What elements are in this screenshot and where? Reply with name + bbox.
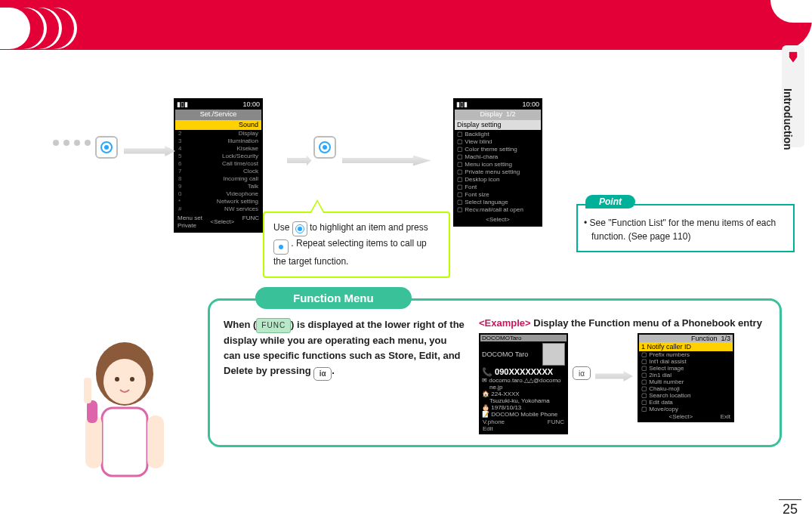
svg-point-3 (130, 377, 134, 381)
ialpha-key-icon: iα (313, 367, 332, 381)
center-key-icon (273, 239, 289, 255)
function-menu-description: When (FUNC) is displayed at the lower ri… (224, 317, 465, 434)
svg-point-2 (115, 377, 119, 381)
navpad-key-icon (292, 221, 307, 236)
menu-list: 2Display 3Illumination 4Kisekae 5Lock/Se… (175, 130, 261, 213)
clock: 10:00 (242, 100, 260, 109)
navpad-icon (313, 136, 336, 159)
menu-list: Backlight View blind Color theme setting… (455, 130, 541, 215)
person-illustration (64, 325, 185, 514)
example-heading: <Example> Display the Function menu of a… (479, 317, 766, 329)
phone-screenshot-settings: ▮▯▮10:00 Set./Service Sound 2Display 3Il… (174, 98, 263, 233)
highlighted-item: 1 Notify caller ID (639, 342, 733, 351)
svg-point-1 (103, 359, 146, 404)
screen-title: Display 1/2 (455, 110, 541, 119)
function-menu-box: Function Menu When (FUNC) is displayed a… (208, 298, 782, 447)
navpad-icon (95, 136, 118, 159)
point-box: Point See "Function List" for the menu i… (576, 204, 795, 252)
svg-rect-8 (84, 378, 91, 403)
signal-icon: ▮▯▮ (177, 100, 188, 109)
continuation-dots (53, 140, 91, 146)
svg-rect-9 (147, 415, 164, 468)
ialpha-key-icon: iα (573, 366, 591, 380)
point-tab: Point (585, 195, 635, 208)
phone-screenshot-phonebook: DOCOMOTaro DOCOMO Taro 📞 090XXXXXXXX ✉ d… (479, 333, 568, 434)
arrow-icon (595, 371, 633, 381)
point-text: See "Function List" for the menu items o… (578, 205, 793, 251)
svg-rect-4 (102, 408, 147, 476)
decorative-arcs (0, 8, 98, 49)
avatar (542, 343, 565, 366)
instruction-callout: Use to highlight an item and press . Rep… (263, 212, 450, 278)
phone-screenshot-function-menu: Function 1/3 1 Notify caller ID Prefix n… (638, 333, 734, 422)
signal-icon: ▮▯▮ (456, 100, 468, 109)
section-header: Display setting (455, 120, 541, 130)
function-menu-tab: Function Menu (255, 287, 412, 309)
header-bar (0, 0, 812, 50)
page-number: 25 (779, 499, 801, 517)
svg-rect-7 (87, 400, 97, 423)
screen-title: Set./Service (175, 110, 261, 119)
clock: 10:00 (522, 100, 539, 109)
tab-icon (786, 50, 801, 65)
highlighted-item: Sound (175, 120, 261, 130)
svg-rect-6 (85, 415, 102, 468)
phone-screenshot-display: ▮▯▮10:00 Display 1/2 Display setting Bac… (453, 98, 542, 227)
func-chip-icon: FUNC (256, 318, 291, 333)
